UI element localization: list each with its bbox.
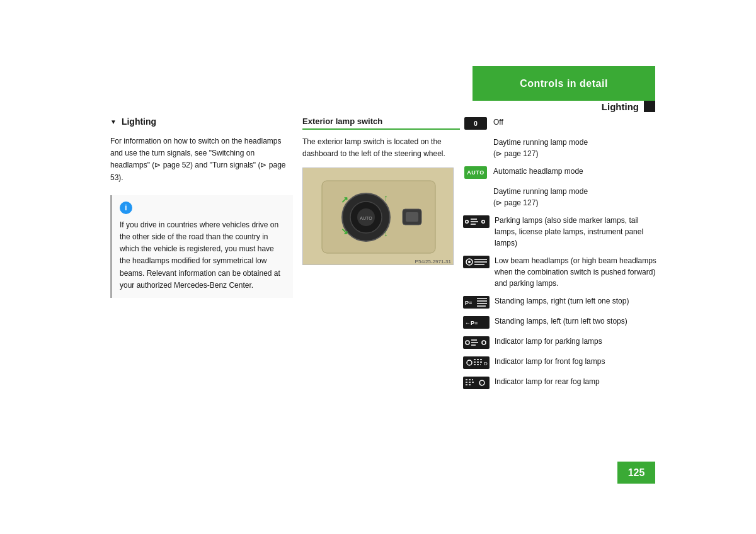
desc-standing-right: Standing lamps, right (turn left one sto… (495, 295, 658, 307)
parking-icon-svg (463, 215, 490, 228)
icon-parking-lamps (463, 215, 490, 229)
svg-text:AUTO: AUTO (360, 216, 372, 220)
desc-auto: Automatic headlamp mode (493, 166, 658, 177)
lamp-item-parking: Parking lamps (also side marker lamps, t… (463, 215, 658, 249)
exterior-lamp-text: The exterior lamp switch is located on t… (302, 136, 460, 160)
standing-left-svg: ←P≡ (463, 316, 490, 329)
page-container: Controls in detail Lighting ▼ Lighting F… (0, 0, 756, 534)
desc-ind-parking: Indicator lamp for parking lamps (495, 336, 658, 347)
svg-text:←P≡: ←P≡ (465, 320, 478, 326)
lighting-title: Lighting (122, 116, 156, 127)
desc-lowbeam: Low beam headlamps (or high beam headlam… (495, 255, 658, 289)
icon-ind-parking (463, 336, 490, 349)
icon-standing-left: ←P≡ (463, 315, 490, 329)
svg-text:↗: ↗ (341, 195, 348, 205)
desc-off: Off (493, 116, 658, 128)
icon-lowbeam (463, 255, 490, 269)
svg-text:↑: ↑ (479, 381, 482, 387)
desc-ind-rear-fog: Indicator lamp for rear fog lamp (495, 376, 658, 387)
exterior-lamp-heading: Exterior lamp switch (302, 116, 460, 130)
car-image-inner: AUTO ↗ ↑ ↘ ↓ P54/25-2971-31 (303, 168, 453, 264)
ind-parking-svg (463, 336, 490, 349)
desc-standing-left: Standing lamps, left (turn left two stop… (495, 315, 658, 327)
lamp-item-ind-front-fog: D Indicator lamp for front fog lamps (463, 356, 658, 370)
icon-ind-rear-fog: ↑ (463, 376, 490, 390)
header-banner-title: Controls in detail (520, 78, 608, 89)
lowbeam-icon-svg (463, 256, 490, 268)
lamp-item-daytime-1: Daytime running lamp mode(⊳ page 127) (463, 137, 658, 159)
svg-text:P≡: P≡ (465, 300, 472, 306)
icon-box-off: 0 (464, 117, 487, 130)
svg-text:P54/25-2971-31: P54/25-2971-31 (415, 259, 452, 264)
triangle-icon: ▼ (110, 118, 117, 125)
ind-rear-fog-svg: ↑ (463, 377, 490, 389)
page-number: 125 (617, 462, 655, 484)
lamp-item-standing-left: ←P≡ Standing lamps, left (turn left two … (463, 315, 658, 329)
svg-rect-47 (463, 377, 490, 389)
intro-text: For information on how to switch on the … (110, 135, 293, 184)
middle-content: Exterior lamp switch The exterior lamp s… (302, 116, 460, 265)
svg-text:D: D (484, 361, 488, 366)
svg-rect-11 (406, 212, 418, 222)
car-image-svg: AUTO ↗ ↑ ↘ ↓ P54/25-2971-31 (303, 168, 454, 265)
icon-standing-right: P≡ (463, 295, 490, 309)
lamp-item-ind-parking: Indicator lamp for parking lamps (463, 336, 658, 349)
lamp-item-off: 0 Off (463, 116, 658, 130)
section-title-block (644, 101, 655, 112)
svg-point-20 (483, 221, 484, 223)
svg-text:↘: ↘ (341, 226, 348, 236)
lamp-item-auto: AUTO Automatic headlamp mode (463, 166, 658, 179)
lamp-item-standing-right: P≡ Standing lamps, right (turn left one … (463, 295, 658, 309)
icon-ind-front-fog: D (463, 356, 490, 370)
svg-text:↓: ↓ (384, 228, 388, 238)
header-banner: Controls in detail (472, 66, 655, 101)
info-icon: i (120, 202, 132, 214)
svg-text:↑: ↑ (384, 193, 388, 203)
desc-daytime-1: Daytime running lamp mode(⊳ page 127) (493, 137, 588, 159)
desc-ind-front-fog: Indicator lamp for front fog lamps (495, 356, 658, 367)
icon-off: 0 (463, 116, 488, 130)
standing-right-svg: P≡ (463, 296, 490, 309)
icon-box-auto: AUTO (464, 166, 487, 179)
svg-point-15 (466, 221, 468, 223)
lighting-heading: ▼ Lighting (110, 116, 293, 127)
left-content: ▼ Lighting For information on how to swi… (110, 116, 293, 298)
info-box: i If you drive in countries where vehicl… (110, 195, 293, 298)
info-text: If you drive in countries where vehicles… (120, 219, 285, 292)
section-title-text: Lighting (602, 101, 639, 112)
desc-parking: Parking lamps (also side marker lamps, t… (495, 215, 658, 249)
lamp-item-lowbeam: Low beam headlamps (or high beam headlam… (463, 255, 658, 289)
car-image: AUTO ↗ ↑ ↘ ↓ P54/25-2971-31 (302, 168, 454, 265)
icon-auto: AUTO (463, 166, 488, 179)
desc-daytime-2: Daytime running lamp mode(⊳ page 127) (493, 186, 588, 208)
lamp-item-ind-rear-fog: ↑ Indicator lamp for rear fog lamp (463, 376, 658, 390)
section-title-bar: Lighting (472, 101, 655, 112)
right-content: 0 Off Daytime running lamp mode(⊳ page 1… (463, 116, 658, 396)
lamp-item-daytime-2: Daytime running lamp mode(⊳ page 127) (463, 186, 658, 208)
ind-front-fog-svg: D (463, 356, 490, 369)
svg-point-23 (468, 261, 471, 263)
